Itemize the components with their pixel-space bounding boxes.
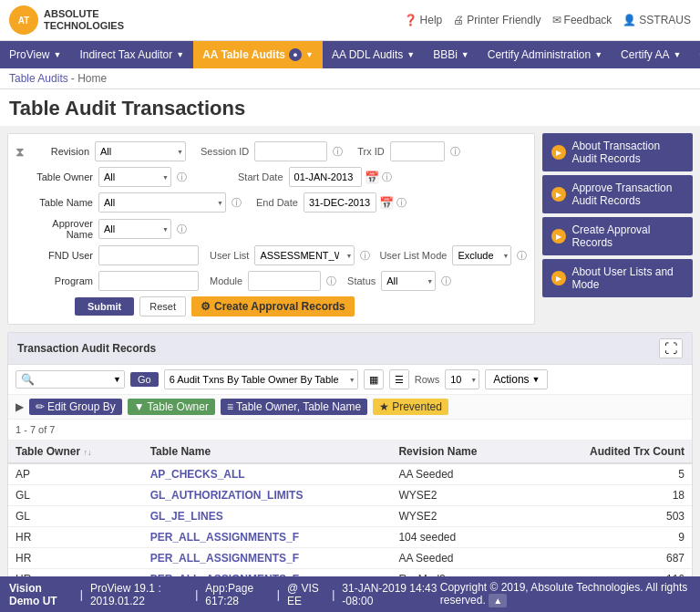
nav-proview[interactable]: ProView ▼ <box>0 41 70 68</box>
table-header-row: Table Owner ↑↓ Table Name Revision Name … <box>8 441 692 463</box>
about-user-lists-btn[interactable]: ▶ About User Lists and Mode <box>542 259 693 297</box>
grid-icon-button[interactable]: ▦ <box>364 369 384 389</box>
cell-trx-count: 9 <box>530 527 692 548</box>
table-owner-label: Table Owner <box>34 171 93 182</box>
rows-select[interactable]: 10 25 50 <box>445 369 479 389</box>
about-transaction-btn[interactable]: ▶ About Transaction Audit Records <box>542 133 693 171</box>
chevron-down-icon: ▼ <box>532 375 540 384</box>
cell-trx-count: 687 <box>530 548 692 569</box>
nav-indirect-tax[interactable]: Indirect Tax Auditor ▼ <box>70 41 193 68</box>
status-right: Copyright © 2019, Absolute Technologies.… <box>440 581 691 607</box>
table-name-select-wrap: All <box>98 192 226 213</box>
cell-table-name[interactable]: GL_JE_LINES <box>143 506 392 527</box>
search-icon: 🔍 <box>21 373 35 386</box>
logo-icon: AT <box>9 5 38 35</box>
edit-icon: ✏ <box>36 400 45 413</box>
separator: | <box>277 588 280 601</box>
search-input[interactable] <box>37 374 110 385</box>
go-button[interactable]: Go <box>130 372 159 387</box>
submit-button[interactable]: Submit <box>75 297 134 316</box>
cell-table-name[interactable]: AP_CHECKS_ALL <box>143 463 392 485</box>
fnd-user-input[interactable] <box>98 245 199 265</box>
reset-button[interactable]: Reset <box>139 296 186 316</box>
info-icon: ⓘ <box>396 196 407 210</box>
user-link[interactable]: 👤 SSTRAUS <box>623 14 691 26</box>
nav-certify-aa[interactable]: Certify AA ▼ <box>612 41 690 68</box>
create-approval-icon: ⚙ <box>201 300 211 313</box>
calendar-icon[interactable]: 📅 <box>379 196 394 210</box>
table-name-select[interactable]: All <box>98 192 226 213</box>
breadcrumb-home: Home <box>77 72 107 85</box>
nav-aa-table-audits[interactable]: AA Table Audits ● ▼ <box>193 41 323 68</box>
info-icon: ⓘ <box>441 275 451 288</box>
table-owner-select[interactable]: All <box>98 167 171 187</box>
approve-transaction-btn[interactable]: ▶ Approve Transaction Audit Records <box>542 175 693 213</box>
main-content: ⧗ Revision All Session ID ⓘ Trx ID ⓘ Tab… <box>0 126 700 332</box>
user-list-label: User List <box>210 250 249 261</box>
prevented-tag[interactable]: ★ Prevented <box>373 399 448 415</box>
user-list-mode-select[interactable]: Exclude <box>452 245 511 265</box>
filter-icon: ⧗ <box>15 144 25 160</box>
cell-revision-name: WYSE2 <box>391 506 529 527</box>
cell-table-owner: HR <box>8 548 143 569</box>
session-id-label: Session ID <box>201 146 249 157</box>
edit-group-by-tag[interactable]: ✏ Edit Group By <box>29 399 122 415</box>
end-date-input[interactable] <box>304 192 376 213</box>
info-icon: ⓘ <box>232 196 242 210</box>
printer-friendly-link[interactable]: 🖨 Printer Friendly <box>453 14 540 26</box>
help-link[interactable]: ❓ Help <box>404 14 443 26</box>
separator: | <box>195 588 198 601</box>
rows-label: Rows <box>415 374 440 385</box>
top-header: AT ABSOLUTETECHNOLOGIES ❓ Help 🖨 Printer… <box>0 0 700 41</box>
breadcrumb-table-audits[interactable]: Table Audits <box>9 72 68 85</box>
nav-aa-ddl-audits[interactable]: AA DDL Audits ▼ <box>323 41 424 68</box>
filter-row-5: FND User User List ASSESSMENT_WATCH ⓘ Us… <box>15 245 527 265</box>
cell-table-name[interactable]: PER_ALL_ASSIGNMENTS_F <box>143 548 392 569</box>
feedback-link[interactable]: ✉ Feedback <box>552 14 612 26</box>
create-approval-button[interactable]: ⚙ Create Approval Records <box>191 296 355 316</box>
sort-icon[interactable]: ↑↓ <box>83 448 91 457</box>
cell-table-name[interactable]: GL_AUTHORIZATION_LIMITS <box>143 485 392 506</box>
table-owner-tag[interactable]: ▼ Table Owner <box>128 399 215 415</box>
cell-trx-count: 503 <box>530 506 692 527</box>
nav-certify-admin[interactable]: Certify Administration ▼ <box>479 41 612 68</box>
info-icon: ⓘ <box>450 145 460 159</box>
chevron-down-icon: ▼ <box>407 50 415 59</box>
revision-label: Revision <box>30 146 89 157</box>
col-table-name: Table Name <box>143 441 392 463</box>
expand-table-button[interactable]: ⛶ <box>659 338 683 358</box>
create-approval-sidebar-btn[interactable]: ▶ Create Approval Records <box>542 217 693 255</box>
cell-table-owner: GL <box>8 485 143 506</box>
revision-select[interactable]: All <box>95 141 186 161</box>
cell-trx-count: 5 <box>530 463 692 485</box>
scroll-top-button[interactable]: ▲ <box>489 594 507 607</box>
cell-table-name[interactable]: PER_ALL_ASSIGNMENTS_F <box>143 527 392 548</box>
logo-area: AT ABSOLUTETECHNOLOGIES <box>9 5 124 35</box>
nav-certify-ra[interactable]: Certify RA ▼ <box>690 41 700 68</box>
end-date-wrap: 📅 ⓘ <box>304 192 407 213</box>
session-id-input[interactable] <box>254 141 327 161</box>
info-icon: ⓘ <box>177 171 187 184</box>
actions-button[interactable]: Actions ▼ <box>485 369 548 389</box>
program-label: Program <box>34 275 93 286</box>
cell-revision-name: AA Seeded <box>391 463 529 485</box>
user-list-select[interactable]: ASSESSMENT_WATCH <box>254 245 355 265</box>
status-select-wrap: All <box>381 271 436 291</box>
filter-row-3: Table Name All ⓘ End Date 📅 ⓘ <box>15 192 527 213</box>
app-page-label: App:Page 617:28 <box>205 582 270 607</box>
table-name-tag[interactable]: ≡ Table Owner, Table Name <box>221 399 367 415</box>
program-input[interactable] <box>98 271 199 291</box>
list-icon-button[interactable]: ☰ <box>389 369 409 389</box>
chevron-down-icon: ▼ <box>176 50 184 59</box>
start-date-input[interactable] <box>289 167 362 187</box>
trx-id-input[interactable] <box>390 141 445 161</box>
status-select[interactable]: All <box>381 271 436 291</box>
module-input[interactable] <box>248 271 321 291</box>
calendar-icon[interactable]: 📅 <box>365 171 379 184</box>
view-select[interactable]: 6 Audit Txns By Table Owner By Table <box>164 369 358 389</box>
expand-icon[interactable]: ▶ <box>15 400 24 413</box>
cell-trx-count: 18 <box>530 485 692 506</box>
nav-bbbi[interactable]: BBBi ▼ <box>424 41 479 68</box>
approver-select[interactable]: All <box>98 219 171 239</box>
date-label: 31-JAN-2019 14:43 -08:00 <box>342 582 440 607</box>
